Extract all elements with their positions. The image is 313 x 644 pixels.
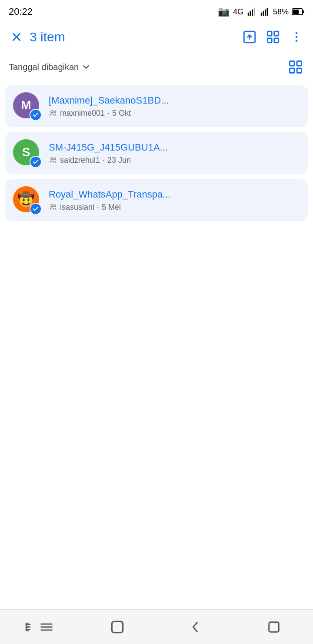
- sort-bar: Tanggal dibagikan: [0, 52, 313, 82]
- avatar-container: M: [13, 92, 41, 120]
- svg-point-31: [54, 205, 56, 207]
- svg-point-29: [54, 158, 56, 160]
- avatar-container: 🤠: [13, 186, 41, 214]
- svg-rect-15: [267, 31, 272, 36]
- home-icon: [109, 619, 126, 635]
- back-nav-button[interactable]: [156, 610, 235, 644]
- select-all-button[interactable]: [263, 27, 283, 47]
- svg-rect-23: [297, 61, 302, 66]
- list-item[interactable]: S SM-J415G_J415GUBU1A... saidzrehul1 · 2…: [5, 132, 308, 174]
- selected-badge: [30, 203, 42, 215]
- svg-point-28: [51, 158, 53, 160]
- status-time: 20:22: [9, 6, 33, 17]
- grid-icon: [288, 59, 303, 75]
- app-bar: 3 item: [0, 22, 313, 52]
- battery-level: 58%: [273, 7, 289, 17]
- svg-rect-1: [250, 11, 251, 16]
- dot-separator: ·: [97, 203, 99, 212]
- back-icon: [188, 620, 203, 634]
- svg-rect-0: [248, 13, 249, 16]
- home-nav-button[interactable]: [78, 610, 156, 644]
- svg-point-30: [51, 205, 53, 207]
- app-bar-actions: [240, 27, 306, 47]
- file-date: 5 Mei: [102, 203, 121, 212]
- overview-nav-button[interactable]: [235, 610, 313, 644]
- shared-by: maxnime001: [60, 109, 105, 118]
- avatar-container: S: [13, 139, 41, 167]
- file-name: SM-J415G_J415GUBU1A...: [49, 142, 300, 153]
- file-name: [Maxnime]_SaekanoS1BD...: [49, 95, 300, 106]
- page-title: 3 item: [30, 30, 240, 44]
- svg-point-26: [51, 111, 53, 113]
- svg-rect-37: [27, 623, 29, 624]
- move-button[interactable]: [240, 27, 259, 47]
- camera-icon: 📷: [218, 6, 230, 17]
- chevron-down-icon: [81, 62, 91, 72]
- file-info: Royal_WhatsApp_Transpa... isasusiani · 5…: [49, 189, 300, 212]
- svg-rect-17: [267, 38, 272, 42]
- svg-rect-6: [265, 10, 266, 16]
- file-list: M [Maxnime]_SaekanoS1BD... maxnime001 · …: [0, 82, 313, 230]
- shared-by: isasusiani: [60, 203, 94, 212]
- svg-rect-5: [263, 11, 264, 16]
- svg-point-27: [54, 111, 56, 113]
- shared-by: saidzrehul1: [60, 156, 100, 165]
- svg-rect-10: [303, 10, 304, 13]
- file-meta: isasusiani · 5 Mei: [49, 203, 300, 212]
- signal-bars2-icon: [260, 7, 270, 17]
- svg-point-19: [296, 32, 298, 34]
- close-button[interactable]: [7, 27, 26, 47]
- svg-rect-25: [297, 68, 302, 73]
- svg-rect-16: [274, 31, 279, 36]
- shared-icon: [49, 156, 57, 164]
- signal-4g: 4G: [233, 7, 243, 17]
- dot-separator: ·: [107, 109, 110, 118]
- svg-rect-24: [290, 68, 295, 73]
- svg-rect-38: [27, 626, 29, 627]
- svg-rect-7: [267, 8, 268, 16]
- svg-rect-4: [261, 13, 262, 16]
- recent-nav-button[interactable]: [0, 610, 78, 644]
- file-date: 5 Okt: [112, 109, 131, 118]
- selected-badge: [30, 109, 42, 121]
- grid-view-button[interactable]: [287, 58, 304, 76]
- svg-rect-9: [293, 10, 299, 14]
- more-options-button[interactable]: [287, 27, 306, 47]
- svg-rect-44: [269, 622, 279, 632]
- recent-icon: [24, 620, 39, 634]
- file-name: Royal_WhatsApp_Transpa...: [49, 189, 300, 200]
- sort-button[interactable]: Tanggal dibagikan: [9, 62, 91, 72]
- svg-rect-18: [274, 38, 279, 42]
- shared-icon: [49, 109, 57, 117]
- svg-rect-3: [254, 8, 255, 16]
- file-info: SM-J415G_J415GUBU1A... saidzrehul1 · 23 …: [49, 142, 300, 165]
- shared-icon: [49, 203, 57, 211]
- svg-point-21: [296, 40, 298, 42]
- svg-rect-2: [252, 10, 253, 16]
- battery-icon: [292, 8, 304, 16]
- svg-point-20: [296, 36, 298, 38]
- svg-rect-43: [112, 621, 123, 632]
- svg-rect-36: [26, 623, 27, 631]
- file-info: [Maxnime]_SaekanoS1BD... maxnime001 · 5 …: [49, 95, 300, 118]
- svg-rect-39: [27, 630, 29, 631]
- svg-rect-22: [290, 61, 295, 66]
- bottom-nav: [0, 609, 313, 644]
- file-meta: saidzrehul1 · 23 Jun: [49, 156, 300, 165]
- signal-bars-icon: [247, 7, 256, 17]
- selected-badge: [30, 156, 42, 168]
- file-date: 23 Jun: [107, 156, 131, 165]
- overview-icon: [266, 620, 281, 634]
- file-meta: maxnime001 · 5 Okt: [49, 109, 300, 118]
- status-icons: 📷 4G 58%: [218, 6, 304, 17]
- list-item[interactable]: 🤠 Royal_WhatsApp_Transpa... isasusiani ·: [5, 179, 308, 221]
- sort-label-text: Tanggal dibagikan: [9, 62, 79, 72]
- dot-separator: ·: [103, 156, 105, 165]
- menu-icon: [39, 620, 54, 634]
- list-item[interactable]: M [Maxnime]_SaekanoS1BD... maxnime001 · …: [5, 85, 308, 127]
- status-bar: 20:22 📷 4G 58%: [0, 0, 313, 22]
